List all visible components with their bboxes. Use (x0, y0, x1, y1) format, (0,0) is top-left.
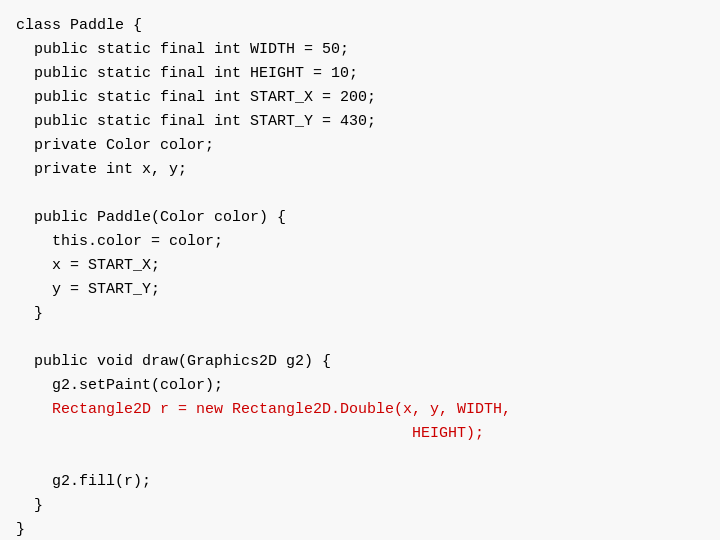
code-line-12: y = START_Y; (16, 278, 704, 302)
code-line-7: private int x, y; (16, 158, 704, 182)
code-line-13: } (16, 302, 704, 326)
code-line-2: public static final int WIDTH = 50; (16, 38, 704, 62)
code-line-17: Rectangle2D r = new Rectangle2D.Double(x… (16, 398, 704, 422)
code-line-18: HEIGHT); (16, 422, 704, 446)
code-line-6: private Color color; (16, 134, 704, 158)
blank-line-1 (16, 182, 704, 206)
blank-line-3 (16, 446, 704, 470)
code-line-1: class Paddle { (16, 14, 704, 38)
code-line-9: public Paddle(Color color) { (16, 206, 704, 230)
code-line-5: public static final int START_Y = 430; (16, 110, 704, 134)
blank-line-2 (16, 326, 704, 350)
code-line-22: } (16, 518, 704, 540)
code-line-3: public static final int HEIGHT = 10; (16, 62, 704, 86)
code-line-11: x = START_X; (16, 254, 704, 278)
code-line-21: } (16, 494, 704, 518)
code-line-15: public void draw(Graphics2D g2) { (16, 350, 704, 374)
code-line-10: this.color = color; (16, 230, 704, 254)
code-line-20: g2.fill(r); (16, 470, 704, 494)
code-editor: class Paddle { public static final int W… (0, 0, 720, 540)
code-line-16: g2.setPaint(color); (16, 374, 704, 398)
code-line-4: public static final int START_X = 200; (16, 86, 704, 110)
